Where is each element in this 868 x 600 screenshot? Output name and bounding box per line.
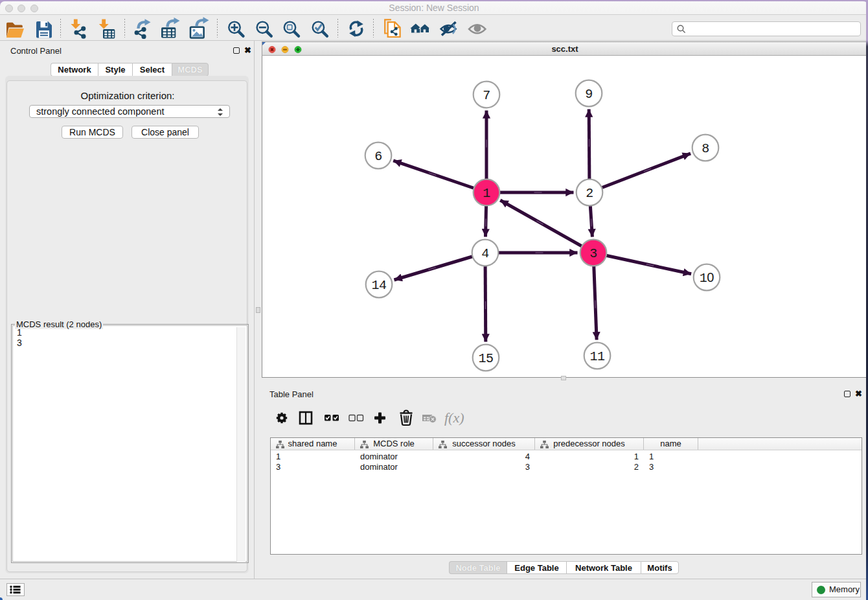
- svg-text:9: 9: [585, 87, 593, 102]
- svg-text:2: 2: [586, 186, 593, 201]
- svg-text:15: 15: [478, 351, 493, 366]
- svg-text:f(x): f(x): [444, 410, 464, 426]
- svg-text:8: 8: [702, 141, 709, 156]
- svg-text:1: 1: [483, 186, 490, 201]
- svg-text:0: 0: [707, 270, 714, 284]
- svg-text:4: 4: [481, 246, 489, 261]
- svg-text:14: 14: [371, 278, 386, 293]
- svg-text:6: 6: [374, 149, 382, 164]
- svg-text:11: 11: [589, 349, 605, 364]
- svg-text:1: 1: [700, 271, 707, 286]
- svg-text:3: 3: [589, 246, 597, 261]
- svg-text:7: 7: [483, 88, 490, 103]
